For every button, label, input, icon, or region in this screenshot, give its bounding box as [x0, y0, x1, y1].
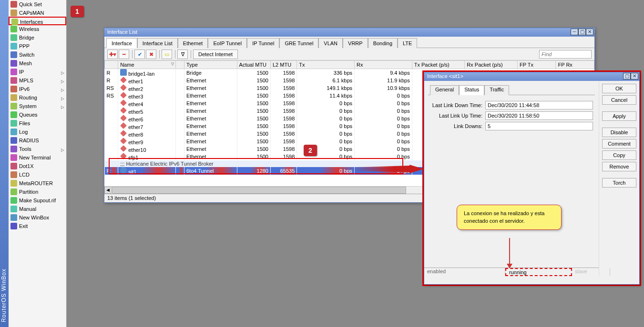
disable-button[interactable]: ✖: [146, 50, 156, 59]
sidebar-item-system[interactable]: System▷: [9, 102, 66, 110]
interface-icon: [120, 167, 127, 174]
sidebar-icon: [10, 69, 17, 75]
sidebar-item-queues[interactable]: Queues: [9, 110, 66, 119]
window-titlebar[interactable]: Interface List ─ ▢ ✕: [104, 28, 594, 37]
interface-icon: [120, 69, 127, 76]
sidebar-icon: [10, 137, 17, 144]
tab-interface[interactable]: Interface: [106, 38, 137, 48]
sidebar-icon: [10, 188, 17, 195]
sidebar-item-manual[interactable]: Manual: [9, 205, 66, 213]
tab-gre-tunnel[interactable]: GRE Tunnel: [279, 38, 318, 48]
sidebar-item-capsman[interactable]: CAPsMAN: [9, 9, 66, 17]
sidebar-item-files[interactable]: Files: [9, 119, 66, 128]
sidebar-item-new-terminal[interactable]: New Terminal: [9, 153, 66, 162]
column-header[interactable]: Tx Packet (p/s): [412, 61, 465, 69]
tab-eoip-tunnel[interactable]: EoIP Tunnel: [208, 38, 247, 48]
interface-icon: [120, 107, 127, 114]
sidebar-item-switch[interactable]: Switch: [9, 50, 66, 59]
column-header[interactable]: Name▽: [118, 61, 176, 69]
last-link-down-value[interactable]: [485, 101, 593, 109]
last-link-down-label: Last Link Down Time:: [430, 102, 482, 108]
sidebar-item-wireless[interactable]: Wireless: [9, 25, 66, 33]
column-header[interactable]: [175, 61, 184, 69]
column-header[interactable]: L2 MTU: [271, 61, 297, 69]
sidebar-item-lcd[interactable]: LCD: [9, 170, 66, 179]
detect-internet-button[interactable]: Detect Internet: [193, 50, 238, 59]
column-header[interactable]: FP Rx: [556, 61, 594, 69]
sidebar-item-ip[interactable]: IP▷: [9, 68, 66, 76]
tab-ip-tunnel[interactable]: IP Tunnel: [247, 38, 279, 48]
sidebar-item-mpls[interactable]: MPLS▷: [9, 76, 66, 85]
sidebar-item-new-winbox[interactable]: New WinBox: [9, 213, 66, 222]
column-header[interactable]: FP Tx: [518, 61, 556, 69]
sidebar-item-ipv6[interactable]: IPv6▷: [9, 85, 66, 93]
torch-button[interactable]: Torch: [602, 178, 636, 188]
column-header[interactable]: Actual MTU: [237, 61, 270, 69]
sidebar-item-partition[interactable]: Partition: [9, 188, 66, 196]
sidebar-icon: [10, 1, 17, 8]
interface-detail-window: Interface <sit1> ▢ ✕ GeneralStatusTraffi…: [424, 72, 640, 285]
sidebar-icon: [10, 146, 17, 152]
column-header[interactable]: Tx: [297, 61, 355, 69]
tab-vlan[interactable]: VLAN: [318, 38, 343, 48]
column-header[interactable]: Type: [184, 61, 237, 69]
sidebar-item-metarouter[interactable]: MetaROUTER: [9, 179, 66, 188]
sidebar-item-exit[interactable]: Exit: [9, 222, 66, 230]
comment-button[interactable]: ▭: [162, 50, 172, 59]
disable-button[interactable]: Disable: [602, 128, 636, 137]
last-link-up-value[interactable]: [485, 111, 593, 120]
apply-button[interactable]: Apply: [602, 111, 636, 121]
detail-tab-status[interactable]: Status: [459, 85, 484, 95]
close-button[interactable]: ✕: [586, 29, 593, 35]
sidebar-item-bridge[interactable]: Bridge: [9, 33, 66, 42]
sidebar-icon: [11, 19, 18, 25]
remove-button[interactable]: Remove: [602, 162, 636, 171]
status-running: running: [505, 268, 572, 276]
cancel-button[interactable]: Cancel: [602, 95, 636, 105]
sidebar-item-log[interactable]: Log: [9, 128, 66, 136]
detail-tab-traffic[interactable]: Traffic: [484, 85, 509, 95]
interface-tabs: InterfaceInterface ListEthernetEoIP Tunn…: [104, 37, 594, 48]
detail-restore-button[interactable]: ▢: [623, 73, 631, 79]
minimize-button[interactable]: ─: [571, 29, 578, 35]
sidebar-item-ppp[interactable]: PPP: [9, 42, 66, 50]
sidebar-item-routing[interactable]: Routing▷: [9, 93, 66, 102]
tab-ethernet[interactable]: Ethernet: [178, 38, 208, 48]
link-downs-value[interactable]: [485, 122, 593, 130]
interface-icon: [120, 138, 127, 144]
tab-vrrp[interactable]: VRRP: [343, 38, 368, 48]
detail-titlebar[interactable]: Interface <sit1> ▢ ✕: [424, 72, 639, 81]
tab-interface-list[interactable]: Interface List: [137, 38, 178, 48]
sidebar-item-quick-set[interactable]: Quick Set: [9, 0, 66, 9]
detail-close-button[interactable]: ✕: [631, 73, 638, 79]
maximize-button[interactable]: ▢: [578, 29, 586, 35]
sidebar-item-interfaces[interactable]: Interfaces: [9, 17, 66, 25]
copy-button[interactable]: Copy: [602, 150, 636, 160]
sidebar-item-mesh[interactable]: Mesh: [9, 59, 66, 68]
tab-lte[interactable]: LTE: [398, 38, 417, 48]
filter-button[interactable]: ∇: [177, 50, 188, 59]
column-header[interactable]: [105, 61, 118, 69]
interface-icon: [120, 122, 127, 129]
column-header[interactable]: Rx: [355, 61, 412, 69]
find-input[interactable]: [539, 50, 592, 59]
scroll-thumb[interactable]: [112, 187, 406, 194]
sidebar-item-dot1x[interactable]: Dot1X: [9, 162, 66, 170]
sidebar-item-tools[interactable]: Tools▷: [9, 145, 66, 153]
remove-button[interactable]: ━: [119, 50, 129, 59]
comment-button[interactable]: Comment: [602, 139, 636, 149]
detail-tab-general[interactable]: General: [430, 85, 459, 95]
column-header[interactable]: Rx Packet (p/s): [465, 61, 518, 69]
sidebar-icon: [10, 206, 17, 212]
scroll-left-icon[interactable]: ◀: [104, 187, 112, 194]
link-downs-label: Link Downs:: [430, 123, 482, 129]
enable-button[interactable]: ✔: [134, 50, 145, 59]
add-button[interactable]: ✚▾: [107, 50, 118, 59]
ok-button[interactable]: OK: [602, 84, 636, 93]
tab-bonding[interactable]: Bonding: [368, 38, 398, 48]
sidebar-item-radius[interactable]: RADIUS: [9, 136, 66, 145]
window-title: Interface List: [107, 29, 137, 35]
sidebar-item-make-supout-rif[interactable]: Make Supout.rif: [9, 196, 66, 205]
detail-title: Interface <sit1>: [427, 73, 463, 79]
interface-icon: [120, 99, 127, 106]
